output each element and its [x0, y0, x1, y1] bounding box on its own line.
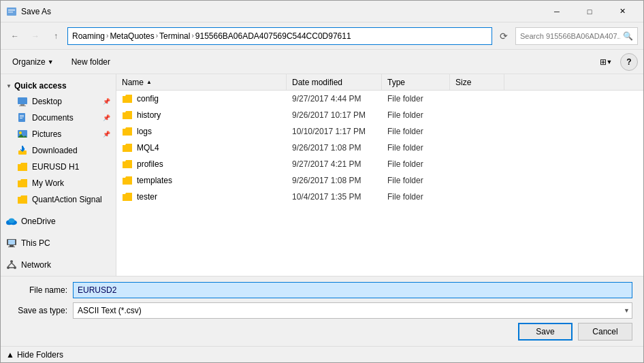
hide-folders-arrow-icon: ▲ — [6, 350, 14, 360]
folder-icon — [122, 176, 133, 185]
file-name-cell: profiles — [116, 159, 287, 169]
file-name: templates — [137, 176, 172, 185]
desktop-label: Desktop — [32, 97, 101, 106]
saveastype-row: Save as type: ASCII Text (*.csv)CSV (*.c… — [12, 302, 632, 319]
save-button[interactable]: Save — [518, 323, 573, 341]
file-name: profiles — [137, 159, 163, 169]
view-options-button[interactable]: ⊞ ▼ — [597, 53, 615, 71]
sidebar-item-onedrive[interactable]: OneDrive — [1, 213, 116, 230]
file-type-cell: File folder — [382, 159, 450, 169]
hide-folders-bar[interactable]: ▲ Hide Folders — [1, 346, 643, 362]
svg-rect-7 — [20, 115, 24, 116]
up-button[interactable]: ↑ — [47, 27, 65, 45]
mywork-folder-icon — [17, 178, 28, 189]
new-folder-button[interactable]: New folder — [65, 53, 116, 71]
sidebar-item-network[interactable]: Network — [1, 257, 116, 273]
quick-access-header[interactable]: ▼ Quick access — [1, 77, 116, 93]
thispc-label: This PC — [21, 238, 110, 248]
button-row: Save Cancel — [12, 323, 632, 341]
organize-button[interactable]: Organize ▼ — [6, 53, 60, 71]
back-button[interactable]: ← — [6, 27, 24, 45]
table-row[interactable]: templates 9/26/2017 1:08 PM File folder — [116, 172, 643, 189]
col-header-type[interactable]: Type — [382, 74, 450, 90]
file-name-cell: tester — [116, 192, 287, 202]
mywork-label: My Work — [32, 178, 110, 188]
file-date-cell: 9/26/2017 1:08 PM — [287, 176, 382, 185]
file-name-cell: logs — [116, 127, 287, 136]
col-header-date[interactable]: Date modified — [287, 74, 382, 90]
close-button[interactable]: ✕ — [607, 1, 638, 22]
folder-icon — [122, 94, 133, 104]
file-name: tester — [137, 192, 157, 202]
file-date-cell: 9/26/2017 1:08 PM — [287, 143, 382, 153]
network-icon — [6, 259, 17, 270]
refresh-button[interactable]: ⟳ — [495, 27, 513, 45]
col-header-name[interactable]: Name ▲ — [116, 74, 287, 90]
breadcrumb-sep-1: › — [106, 32, 108, 40]
organize-arrow-icon: ▼ — [48, 59, 54, 65]
search-box[interactable]: 🔍 — [515, 27, 638, 45]
new-folder-label: New folder — [71, 57, 110, 67]
file-name: MQL4 — [137, 143, 159, 153]
sidebar-item-quantaction[interactable]: QuantAction Signal — [1, 191, 116, 208]
file-type-cell: File folder — [382, 94, 450, 104]
file-name-cell: history — [116, 110, 287, 120]
maximize-button[interactable]: □ — [574, 1, 605, 22]
saveastype-select[interactable]: ASCII Text (*.csv)CSV (*.csv)All Files (… — [73, 302, 632, 319]
filename-label: File name: — [12, 285, 73, 295]
sidebar-item-documents[interactable]: Documents 📌 — [1, 110, 116, 126]
save-as-dialog: Save As ─ □ ✕ ← → ↑ Roaming › MetaQuotes… — [0, 0, 644, 363]
search-icon: 🔍 — [623, 31, 633, 41]
svg-rect-2 — [8, 12, 13, 13]
col-header-size[interactable]: Size — [450, 74, 504, 90]
table-row[interactable]: tester 10/4/2017 1:35 PM File folder — [116, 189, 643, 205]
search-input[interactable] — [520, 32, 620, 40]
folder-icon — [122, 143, 133, 153]
table-row[interactable]: profiles 9/27/2017 4:21 PM File folder — [116, 156, 643, 172]
sidebar-item-label: Quick access — [14, 81, 67, 91]
svg-rect-23 — [8, 247, 15, 247]
file-list-header: Name ▲ Date modified Type Size — [116, 74, 643, 91]
minimize-button[interactable]: ─ — [541, 1, 573, 22]
table-row[interactable]: config 9/27/2017 4:44 PM File folder — [116, 91, 643, 107]
quick-access-arrow-icon: ▼ — [6, 83, 12, 89]
sidebar-divider-2 — [1, 230, 116, 235]
svg-rect-21 — [8, 240, 15, 244]
downloaded-label: Downloaded — [32, 146, 110, 155]
cancel-button[interactable]: Cancel — [578, 323, 632, 341]
file-name: logs — [137, 127, 152, 136]
sidebar: ▼ Quick access Desktop 📌 — [1, 74, 116, 276]
onedrive-label: OneDrive — [21, 217, 110, 226]
sidebar-item-thispc[interactable]: This PC — [1, 235, 116, 251]
table-row[interactable]: history 9/26/2017 10:17 PM File folder — [116, 107, 643, 123]
dialog-title: Save As — [21, 7, 541, 16]
window-controls: ─ □ ✕ — [541, 1, 638, 22]
title-bar: Save As ─ □ ✕ — [1, 1, 643, 22]
file-list: config 9/27/2017 4:44 PM File folder his… — [116, 91, 643, 276]
sidebar-item-mywork[interactable]: My Work — [1, 175, 116, 191]
svg-point-11 — [19, 131, 22, 134]
file-name: history — [137, 110, 161, 120]
sidebar-item-eurusd[interactable]: EURUSD H1 — [1, 159, 116, 175]
help-button[interactable]: ? — [620, 53, 638, 71]
svg-point-24 — [10, 260, 13, 263]
file-area: Name ▲ Date modified Type Size con — [116, 74, 643, 276]
view-icon: ⊞ — [600, 57, 607, 67]
saveastype-wrapper: ASCII Text (*.csv)CSV (*.csv)All Files (… — [73, 302, 632, 319]
svg-rect-22 — [10, 245, 14, 247]
sidebar-item-pictures[interactable]: Pictures 📌 — [1, 126, 116, 142]
table-row[interactable]: logs 10/10/2017 1:17 PM File folder — [116, 123, 643, 140]
filename-input[interactable] — [73, 282, 632, 298]
pin-icon-desktop: 📌 — [103, 98, 110, 105]
table-row[interactable]: MQL4 9/26/2017 1:08 PM File folder — [116, 140, 643, 156]
forward-button[interactable]: → — [27, 27, 44, 45]
folder-icon — [122, 159, 133, 169]
address-path-box[interactable]: Roaming › MetaQuotes › Terminal › 915566… — [67, 27, 492, 45]
sidebar-item-downloaded[interactable]: Downloaded — [1, 142, 116, 159]
organize-label: Organize — [12, 57, 46, 67]
sidebar-item-desktop[interactable]: Desktop 📌 — [1, 93, 116, 110]
file-type-cell: File folder — [382, 176, 450, 185]
breadcrumb-sep-3: › — [191, 32, 193, 40]
svg-rect-8 — [20, 116, 24, 117]
breadcrumb: Roaming › MetaQuotes › Terminal › 915566… — [72, 31, 487, 41]
